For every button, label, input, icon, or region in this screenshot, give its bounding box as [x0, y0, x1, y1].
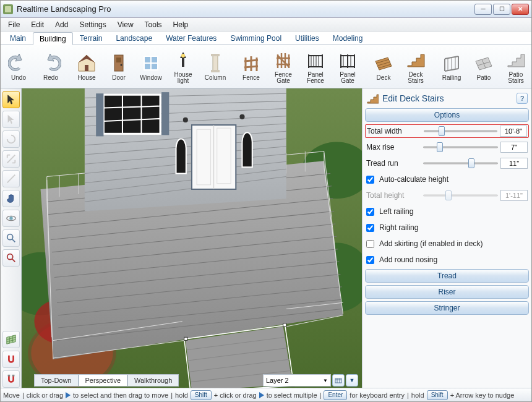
panel-fence-icon — [305, 49, 326, 71]
tread-run-slider[interactable] — [423, 158, 498, 169]
tab-swimming-pool[interactable]: Swimming Pool — [223, 32, 288, 45]
svg-point-127 — [239, 114, 244, 119]
zoom-tool[interactable] — [2, 229, 20, 247]
toolbar-panel-fence[interactable]: PanelFence — [300, 48, 331, 86]
layer-more-button[interactable]: ▼ — [346, 374, 358, 387]
column-icon — [205, 53, 226, 74]
help-button[interactable]: ? — [517, 93, 528, 104]
riser-button[interactable]: Riser — [365, 285, 529, 299]
svg-rect-2 — [116, 58, 121, 62]
svg-rect-115 — [103, 95, 160, 134]
zoom-extents-tool[interactable] — [2, 249, 20, 267]
nosing-checkbox[interactable] — [366, 256, 374, 264]
toolbar-deck[interactable]: Deck — [368, 48, 399, 86]
viewtab-walkthrough[interactable]: Walkthrough — [127, 374, 179, 387]
toolbar-undo[interactable]: Undo — [3, 48, 34, 86]
window-icon — [140, 53, 161, 74]
menu-tools[interactable]: Tools — [140, 19, 167, 30]
toolbar-fence-gate[interactable]: FenceGate — [268, 48, 299, 86]
minimize-button[interactable]: ─ — [474, 4, 492, 15]
toolbar-patio-stairs[interactable]: PatioStairs — [500, 48, 531, 86]
svg-point-126 — [183, 118, 188, 122]
menu-add[interactable]: Add — [50, 19, 73, 30]
toolbar-house[interactable]: House — [71, 48, 102, 86]
toolbar-column[interactable]: Column — [200, 48, 231, 86]
prop-max-rise: Max rise 7" — [365, 140, 529, 154]
hand-tool[interactable] — [2, 190, 20, 207]
scale-tool[interactable] — [2, 150, 20, 168]
toolbar-house-light[interactable]: Houselight — [168, 48, 199, 86]
cursor-icon — [66, 392, 71, 398]
3d-viewport[interactable]: Top-Down Perspective Walkthrough Layer 2… — [22, 88, 362, 388]
prop-tread-run: Tread run 11" — [365, 156, 529, 170]
toolbar-panel-gate[interactable]: PanelGate — [332, 48, 363, 86]
window-title: Realtime Landscaping Pro — [17, 4, 474, 14]
auto-calc-checkbox[interactable] — [366, 176, 374, 184]
tab-modeling[interactable]: Modeling — [326, 32, 370, 45]
toolbar-deck-stairs[interactable]: DeckStairs — [400, 48, 431, 86]
svg-rect-10 — [211, 54, 220, 56]
tread-run-value[interactable]: 11" — [500, 158, 528, 169]
options-button[interactable]: Options — [365, 108, 529, 122]
menu-file[interactable]: File — [3, 19, 25, 30]
svg-point-8 — [181, 54, 185, 58]
max-rise-value[interactable]: 7" — [500, 142, 528, 153]
menu-view[interactable]: View — [113, 19, 139, 30]
fence-icon — [241, 53, 262, 74]
total-width-slider[interactable] — [424, 126, 497, 137]
viewtab-perspective[interactable]: Perspective — [79, 374, 127, 387]
status-bar: Move | click or drag to select and then … — [1, 388, 531, 401]
stringer-button[interactable]: Stringer — [365, 301, 529, 315]
maximize-button[interactable]: ☐ — [493, 4, 510, 15]
select-tool[interactable] — [2, 91, 20, 108]
deck-icon — [373, 53, 394, 74]
close-button[interactable]: ✕ — [512, 4, 529, 15]
vertical-toolbar — [1, 88, 22, 388]
svg-rect-0 — [85, 65, 88, 71]
menu-edit[interactable]: Edit — [26, 19, 49, 30]
svg-rect-9 — [213, 55, 218, 71]
tab-terrain[interactable]: Terrain — [73, 32, 109, 45]
category-tabs: MainBuildingTerrainLandscapeWater Featur… — [1, 32, 531, 45]
skirting-checkbox[interactable] — [366, 240, 374, 248]
toolbar-door[interactable]: Door — [103, 48, 134, 86]
snap-toggle[interactable] — [2, 351, 20, 368]
total-width-value[interactable]: 10'-8" — [500, 126, 527, 137]
grid-toggle[interactable] — [2, 331, 20, 348]
toolbar-fence[interactable]: Fence — [236, 48, 267, 86]
toolbar-patio[interactable]: Patio — [468, 48, 499, 86]
line-tool[interactable] — [2, 170, 20, 187]
rotate-tool[interactable] — [2, 130, 20, 148]
tab-building[interactable]: Building — [33, 32, 73, 45]
viewtab-top-down[interactable]: Top-Down — [34, 374, 79, 387]
tab-utilities[interactable]: Utilities — [288, 32, 326, 45]
layer-selector: Layer 2▼ ▼ — [263, 374, 358, 387]
pan-tool-disabled[interactable] — [2, 111, 20, 128]
redo-icon — [40, 53, 61, 74]
toolbar-window[interactable]: Window — [135, 48, 166, 86]
prop-auto-calc: Auto-calculate height — [365, 173, 529, 186]
panel-title: Edit Deck Stairs — [382, 93, 444, 103]
tread-button[interactable]: Tread — [365, 269, 529, 283]
max-rise-slider[interactable] — [423, 142, 498, 153]
tab-water-features[interactable]: Water Features — [159, 32, 223, 45]
toolbar-redo[interactable]: Redo — [35, 48, 66, 86]
tab-main[interactable]: Main — [3, 32, 33, 45]
orbit-tool[interactable] — [2, 210, 20, 227]
svg-point-62 — [7, 234, 12, 240]
undo-icon — [8, 53, 29, 74]
prop-left-railing: Left railing — [365, 205, 529, 218]
layer-visibility-button[interactable] — [332, 374, 345, 387]
toolbar-railing[interactable]: Railing — [436, 48, 467, 86]
tab-landscape[interactable]: Landscape — [109, 32, 159, 45]
prop-nosing: Add round nosing — [365, 253, 529, 267]
svg-point-61 — [9, 216, 12, 220]
menu-settings[interactable]: Settings — [74, 19, 111, 30]
magnet-toggle[interactable] — [2, 370, 20, 388]
menu-help[interactable]: Help — [168, 19, 194, 30]
right-railing-checkbox[interactable] — [366, 224, 374, 232]
layer-dropdown[interactable]: Layer 2▼ — [263, 374, 331, 387]
left-railing-checkbox[interactable] — [366, 208, 374, 216]
prop-total-width: Total width 10'-8" — [365, 124, 529, 138]
prop-skirting: Add skirting (if enabled in deck) — [365, 237, 529, 250]
